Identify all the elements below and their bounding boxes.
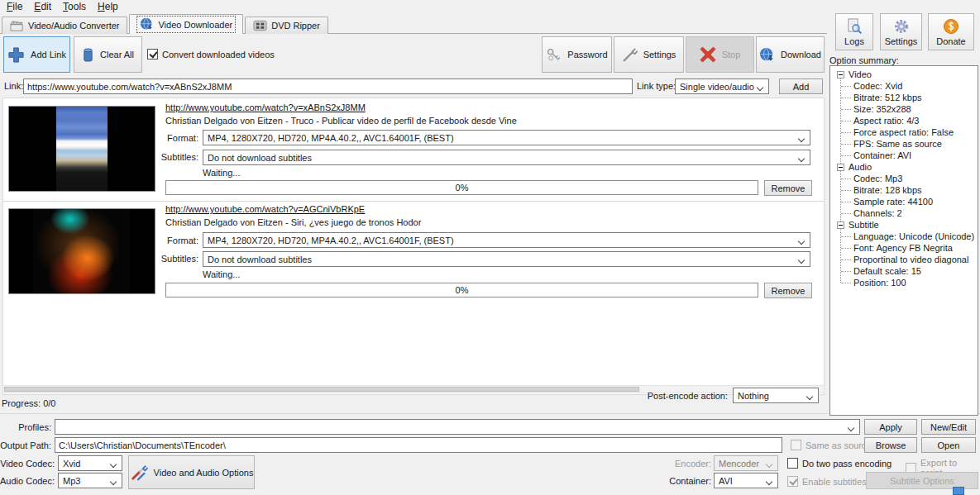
subtitles-select[interactable]: Do not download subtitles bbox=[203, 150, 810, 165]
enable-subtitles-checkbox: Enable subtitles bbox=[787, 476, 867, 487]
browse-button[interactable]: Browse bbox=[864, 437, 917, 453]
settings-toolbar-label: Settings bbox=[643, 50, 676, 59]
link-input[interactable] bbox=[23, 79, 633, 94]
crossed-tools-icon bbox=[130, 464, 148, 482]
tree-leaf: Font: Agency FB Negrita bbox=[830, 242, 978, 254]
checkbox-icon bbox=[791, 440, 801, 450]
donate-coin-icon bbox=[943, 18, 959, 35]
donate-button[interactable]: Donate bbox=[928, 13, 974, 50]
post-encode-select[interactable]: Nothing bbox=[733, 388, 819, 403]
collapse-icon[interactable] bbox=[837, 164, 844, 171]
tree-leaf: Force aspect ratio: False bbox=[830, 126, 978, 138]
tree-label: Aspect ratio: 4/3 bbox=[853, 116, 920, 126]
tree-label: Video bbox=[849, 69, 872, 79]
checkbox-icon bbox=[787, 476, 798, 487]
tree-node-video[interactable]: Video bbox=[830, 69, 978, 80]
settings-sidebar-button[interactable]: Settings bbox=[880, 13, 922, 50]
new-edit-button[interactable]: New/Edit bbox=[921, 419, 976, 435]
tab-video-audio-converter[interactable]: Video/Audio Converter bbox=[2, 17, 127, 34]
video-thumbnail bbox=[8, 106, 155, 192]
checkbox-icon bbox=[787, 458, 798, 469]
tree-leaf: Proportinal to video diagonal bbox=[830, 254, 978, 265]
tree-label: Language: Unicode (Unicode) bbox=[853, 231, 974, 241]
tree-leaf: Sample rate: 44100 bbox=[830, 196, 978, 207]
video-codec-label: Video Codec: bbox=[0, 459, 55, 469]
tab-label: Video Downloader bbox=[158, 20, 232, 30]
add-link-button[interactable]: Add Link bbox=[3, 36, 70, 73]
download-button[interactable]: Download bbox=[756, 36, 825, 73]
settings-toolbar-button[interactable]: Settings bbox=[614, 36, 684, 73]
remove-button[interactable]: Remove bbox=[764, 283, 812, 298]
tree-leaf: Container: AVI bbox=[830, 150, 978, 161]
tree-node-subtitle[interactable]: Subtitle bbox=[830, 219, 978, 231]
download-status: Waiting... bbox=[203, 168, 240, 178]
format-select[interactable]: MP4, 1280X720, HD720, MP4A.40.2,, AVC1.6… bbox=[203, 232, 810, 248]
option-summary-label: Option summary: bbox=[829, 55, 899, 65]
menu-help[interactable]: Help bbox=[93, 0, 125, 14]
remove-button[interactable]: Remove bbox=[764, 180, 812, 196]
tree-label: Force aspect ratio: False bbox=[853, 127, 954, 137]
menu-edit-rest: dit bbox=[41, 1, 51, 12]
menu-tools-rest: ools bbox=[68, 1, 86, 12]
collapse-icon[interactable] bbox=[837, 221, 844, 229]
tree-label: FPS: Same as source bbox=[853, 139, 942, 149]
two-pass-checkbox[interactable]: Do two pass encoding bbox=[787, 458, 892, 469]
plus-icon bbox=[7, 46, 25, 64]
tab-video-downloader[interactable]: Video Downloader bbox=[129, 14, 243, 34]
thumbnail-image bbox=[33, 209, 131, 293]
add-button[interactable]: Add bbox=[779, 79, 823, 94]
video-audio-options-label: Video and Audio Options bbox=[154, 468, 254, 478]
apply-button[interactable]: Apply bbox=[864, 419, 917, 435]
tree-node-audio[interactable]: Audio bbox=[830, 161, 978, 173]
encoder-label: Encoder: bbox=[653, 459, 711, 469]
format-label: Format: bbox=[149, 133, 198, 143]
tab-label: DVD Ripper bbox=[271, 21, 320, 31]
audio-codec-label: Audio Codec: bbox=[0, 476, 55, 486]
same-as-source-label: Same as source bbox=[806, 440, 871, 450]
open-button[interactable]: Open bbox=[921, 437, 976, 453]
video-codec-select[interactable]: Xvid bbox=[58, 455, 122, 471]
download-title: Christian Delgado von Eitzen - Siri, ¿ve… bbox=[165, 217, 421, 227]
tree-label: Default scale: 15 bbox=[853, 266, 921, 276]
link-type-select[interactable]: Single video/audio bbox=[675, 79, 769, 94]
tree-label: Size: 352x288 bbox=[853, 104, 911, 114]
password-button[interactable]: Password bbox=[542, 36, 612, 73]
corner-accent bbox=[953, 487, 964, 495]
enable-subtitles-label: Enable subtitles bbox=[802, 477, 867, 487]
video-thumbnail bbox=[8, 208, 155, 294]
menu-edit[interactable]: Edit bbox=[29, 0, 58, 14]
container-select[interactable]: AVI bbox=[714, 473, 778, 488]
thumbnail-image bbox=[56, 107, 108, 191]
stop-x-icon bbox=[700, 46, 716, 63]
two-pass-label: Do two pass encoding bbox=[802, 459, 892, 469]
format-select[interactable]: MP4, 1280X720, HD720, MP4A.40.2,, AVC1.6… bbox=[203, 130, 810, 145]
menu-file-rest: ile bbox=[12, 1, 22, 12]
menu-tools[interactable]: Tools bbox=[58, 0, 93, 14]
same-as-source-checkbox: Same as source bbox=[791, 440, 871, 450]
subtitles-select[interactable]: Do not download subtitles bbox=[203, 251, 810, 267]
scrollbar-thumb[interactable] bbox=[4, 387, 639, 392]
menu-help-rest: elp bbox=[105, 1, 118, 12]
download-url-link[interactable]: http://www.youtube.com/watch?v=xABnS2xJ8… bbox=[165, 102, 366, 112]
format-label: Format: bbox=[149, 236, 198, 245]
convert-downloaded-checkbox[interactable]: Convert downloaded videos bbox=[147, 49, 275, 59]
collapse-icon[interactable] bbox=[837, 71, 844, 79]
download-url-link[interactable]: http://www.youtube.com/watch?v=AGCniVbRK… bbox=[165, 204, 365, 214]
output-path-input[interactable] bbox=[55, 437, 782, 453]
profiles-label: Profiles: bbox=[0, 422, 51, 432]
clear-all-button[interactable]: Clear All bbox=[74, 36, 142, 73]
menu-file[interactable]: File bbox=[2, 0, 29, 14]
profiles-select[interactable] bbox=[55, 419, 860, 435]
audio-codec-select[interactable]: Mp3 bbox=[58, 473, 122, 488]
link-type-label: Link type: bbox=[637, 81, 676, 91]
tree-label: Codec: Mp3 bbox=[853, 174, 902, 183]
tree-leaf: Position: 100 bbox=[830, 277, 978, 288]
logs-icon bbox=[846, 18, 863, 35]
convert-downloaded-label: Convert downloaded videos bbox=[162, 50, 275, 59]
progress-counter-label: Progress: 0/0 bbox=[2, 398, 55, 408]
tab-dvd-ripper[interactable]: DVD Ripper bbox=[245, 17, 328, 34]
logs-label: Logs bbox=[844, 36, 864, 46]
logs-button[interactable]: Logs bbox=[835, 13, 873, 50]
tree-label: Sample rate: 44100 bbox=[853, 197, 933, 207]
video-audio-options-button[interactable]: Video and Audio Options bbox=[128, 455, 255, 489]
